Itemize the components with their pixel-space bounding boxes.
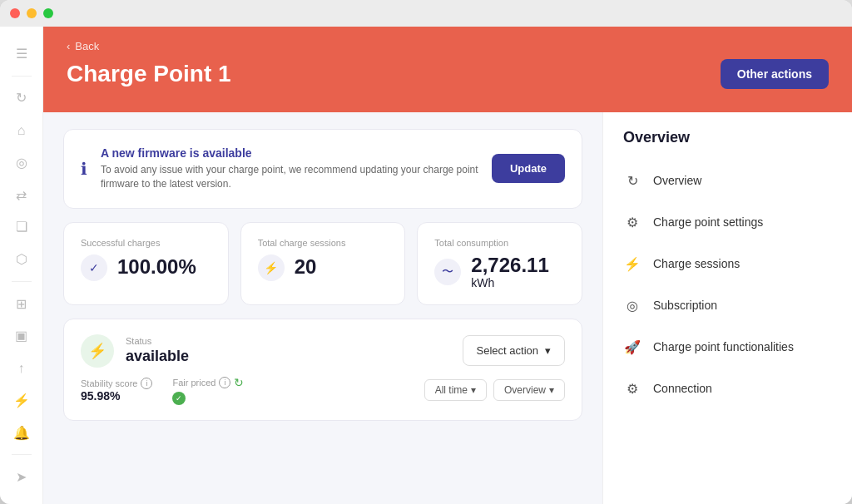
sidebar-location-icon[interactable]: ◎ <box>7 149 37 176</box>
sidebar-box-icon[interactable]: ▣ <box>7 323 37 350</box>
sidebar-home-icon[interactable]: ⌂ <box>7 116 37 144</box>
sidebar-divider-2 <box>12 281 32 282</box>
settings-icon: ⚙ <box>623 213 641 231</box>
sidebar-upload-icon[interactable]: ↑ <box>7 354 37 382</box>
filter-row: All time ▾ Overview ▾ <box>424 379 565 401</box>
nav-label-functionalities: Charge point functionalities <box>653 340 794 353</box>
sidebar-refresh-icon[interactable]: ↻ <box>7 85 37 112</box>
sidebar-bell-icon[interactable]: 🔔 <box>7 419 37 447</box>
fair-priced-stat: Fair priced i ↻ ✓ <box>172 376 244 405</box>
firmware-alert: ℹ A new firmware is available To avoid a… <box>63 129 582 209</box>
sidebar-send-icon[interactable]: ➤ <box>7 463 37 491</box>
minimize-button[interactable] <box>27 8 37 18</box>
update-button[interactable]: Update <box>492 154 565 183</box>
other-actions-button[interactable]: Other actions <box>721 59 829 89</box>
header-row: Charge Point 1 Other actions <box>67 59 829 89</box>
maximize-button[interactable] <box>43 8 53 18</box>
content-area: ℹ A new firmware is available To avoid a… <box>43 112 852 504</box>
functionalities-icon: 🚀 <box>623 338 641 356</box>
check-circle-icon: ✓ <box>172 392 186 405</box>
nav-label-overview: Overview <box>653 174 701 187</box>
wave-icon: 〜 <box>434 259 461 285</box>
checkmark-icon: ✓ <box>81 254 107 281</box>
status-left: ⚡ Status available <box>81 334 189 368</box>
nav-item-connection[interactable]: ⚙ Connection <box>603 368 852 409</box>
fair-priced-check: ✓ <box>172 389 244 405</box>
time-filter-button[interactable]: All time ▾ <box>424 379 487 401</box>
main-content: ‹ Back Charge Point 1 Other actions ℹ A … <box>43 27 852 504</box>
status-flash-icon: ⚡ <box>81 334 114 368</box>
sidebar-divider-1 <box>12 76 32 77</box>
stat-label-sessions: Total charge sessions <box>258 238 389 248</box>
stats-row: Successful charges ✓ 100.00% Total charg… <box>63 222 582 305</box>
view-filter-chevron: ▾ <box>549 384 554 396</box>
stat-value-sessions: 20 <box>295 256 317 278</box>
overview-icon: ↻ <box>623 171 641 190</box>
stat-value-row-sessions: ⚡ 20 <box>258 254 389 281</box>
close-button[interactable] <box>10 8 20 18</box>
stat-card-consumption: Total consumption 〜 2,726.11 kWh <box>417 222 582 305</box>
stability-value: 95.98% <box>81 389 152 403</box>
sidebar-transfer-icon[interactable]: ⇄ <box>7 181 37 209</box>
app-body: ☰ ↻ ⌂ ◎ ⇄ ❏ ⬡ ⊞ ▣ ↑ ⚡ 🔔 ➤ ‹ Back <box>0 27 852 504</box>
sidebar-grid-icon[interactable]: ⊞ <box>7 290 37 318</box>
stat-value-charges: 100.00% <box>117 256 196 278</box>
nav-label-charge-sessions: Charge sessions <box>653 257 740 270</box>
back-link[interactable]: ‹ Back <box>67 40 829 52</box>
fair-priced-info-icon: i <box>219 377 230 388</box>
stat-card-sessions: Total charge sessions ⚡ 20 <box>240 222 406 305</box>
fair-priced-label: Fair priced i ↻ <box>172 376 244 389</box>
right-sidebar-title: Overview <box>603 129 852 160</box>
stat-label-charges: Successful charges <box>81 238 211 248</box>
select-action-button[interactable]: Select action ▾ <box>463 335 565 366</box>
stat-value-row-consumption: 〜 2,726.11 kWh <box>434 254 565 289</box>
page-title: Charge Point 1 <box>67 61 231 87</box>
nav-label-connection: Connection <box>653 382 712 395</box>
status-value: available <box>126 348 189 365</box>
firmware-info-icon: ℹ <box>81 159 87 179</box>
page-header: ‹ Back Charge Point 1 Other actions <box>43 27 852 112</box>
fair-priced-refresh-icon: ↻ <box>234 376 244 389</box>
stability-label-text: Stability score <box>81 378 137 388</box>
view-filter-button[interactable]: Overview ▾ <box>493 379 565 401</box>
sidebar-divider-3 <box>12 454 32 455</box>
plug-icon: ⚡ <box>258 254 285 281</box>
sidebar: ☰ ↻ ⌂ ◎ ⇄ ❏ ⬡ ⊞ ▣ ↑ ⚡ 🔔 ➤ <box>0 27 43 504</box>
stat-unit-consumption: kWh <box>471 276 548 289</box>
view-filter-label: Overview <box>504 384 546 396</box>
status-card: ⚡ Status available Select action ▾ <box>63 319 582 421</box>
firmware-alert-desc: To avoid any issue with your charge poin… <box>101 163 478 191</box>
stability-info-icon: i <box>141 378 152 389</box>
left-panel: ℹ A new firmware is available To avoid a… <box>43 112 602 504</box>
stat-value-consumption: 2,726.11 <box>471 254 548 276</box>
fair-priced-label-text: Fair priced <box>172 378 215 388</box>
stability-label: Stability score i <box>81 378 152 389</box>
nav-item-functionalities[interactable]: 🚀 Charge point functionalities <box>603 326 852 368</box>
back-label: Back <box>75 40 99 52</box>
nav-item-charge-sessions[interactable]: ⚡ Charge sessions <box>603 243 852 284</box>
select-action-label: Select action <box>477 344 538 357</box>
titlebar <box>0 0 852 27</box>
firmware-alert-content: A new firmware is available To avoid any… <box>101 146 478 191</box>
sidebar-menu-icon[interactable]: ☰ <box>7 40 37 67</box>
back-chevron-icon: ‹ <box>67 40 70 52</box>
bottom-row: Stability score i 95.98% Fair priced i ↻ <box>81 368 565 405</box>
connection-icon: ⚙ <box>623 379 641 398</box>
status-row: ⚡ Status available Select action ▾ <box>81 334 565 368</box>
subscription-icon: ◎ <box>623 296 641 314</box>
nav-item-overview[interactable]: ↻ Overview <box>603 160 852 201</box>
time-filter-chevron: ▾ <box>471 384 476 396</box>
chevron-down-icon: ▾ <box>545 344 551 357</box>
nav-label-subscription: Subscription <box>653 299 717 312</box>
nav-item-settings[interactable]: ⚙ Charge point settings <box>603 201 852 243</box>
sidebar-gift-icon[interactable]: ⬡ <box>7 245 37 273</box>
sidebar-flash-icon[interactable]: ⚡ <box>7 387 37 414</box>
sidebar-copy-icon[interactable]: ❏ <box>7 214 37 241</box>
stability-stat: Stability score i 95.98% <box>81 378 152 403</box>
app-window: ☰ ↻ ⌂ ◎ ⇄ ❏ ⬡ ⊞ ▣ ↑ ⚡ 🔔 ➤ ‹ Back <box>0 0 852 504</box>
right-sidebar: Overview ↻ Overview ⚙ Charge point setti… <box>602 112 852 504</box>
nav-item-subscription[interactable]: ◎ Subscription <box>603 284 852 326</box>
stat-value-row-charges: ✓ 100.00% <box>81 254 211 281</box>
firmware-alert-title: A new firmware is available <box>101 146 478 160</box>
stat-card-charges: Successful charges ✓ 100.00% <box>63 222 229 305</box>
